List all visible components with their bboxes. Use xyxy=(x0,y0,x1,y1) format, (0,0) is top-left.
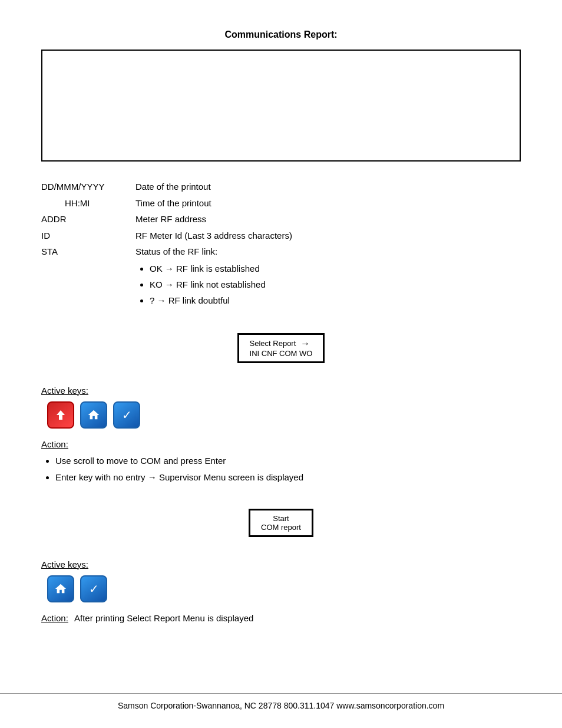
keys-row-1: ✓ xyxy=(47,401,521,429)
start-com-screen-row: Start COM report xyxy=(41,498,521,548)
select-report-line1-row: Select Report → xyxy=(250,338,313,349)
action-bullet-1-0: Use scroll to move to COM and press Ente… xyxy=(55,453,521,470)
legend-row-id: ID RF Meter Id (Last 3 address character… xyxy=(41,228,521,243)
start-com-line2: COM report xyxy=(261,523,301,532)
legend-key-date: DD/MMM/YYYY xyxy=(41,179,135,195)
home-key-button[interactable] xyxy=(80,401,107,429)
legend-value-sta: Status of the RF link: OK → RF link is e… xyxy=(135,244,521,308)
start-com-screen: Start COM report xyxy=(249,509,313,537)
checkmark-icon-2: ✓ xyxy=(89,582,99,596)
sta-bullets: OK → RF link is established KO → RF link… xyxy=(135,261,521,308)
legend-key-sta: STA xyxy=(41,244,135,259)
home-key-button-2[interactable] xyxy=(47,575,74,602)
action-text-2: After printing Select Report Menu is dis… xyxy=(74,613,253,623)
report-preview-box xyxy=(41,50,521,162)
start-com-line1: Start xyxy=(261,514,301,523)
active-keys-label-2: Active keys: xyxy=(41,559,521,569)
legend-row-date: DD/MMM/YYYY Date of the printout xyxy=(41,179,521,195)
active-keys-label-1: Active keys: xyxy=(41,386,521,396)
legend-row-sta: STA Status of the RF link: OK → RF link … xyxy=(41,244,521,308)
legend-row-time: HH:MI Time of the printout xyxy=(41,196,521,211)
sta-bullet-ko: KO → RF link not established xyxy=(150,276,521,292)
legend-row-addr: ADDR Meter RF address xyxy=(41,212,521,227)
section-title: Communications Report: xyxy=(41,29,521,40)
legend-key-addr: ADDR xyxy=(41,212,135,227)
select-report-arrow-icon: → xyxy=(300,338,310,349)
select-report-screen-row: Select Report → INI CNF COM WO xyxy=(41,322,521,374)
action-bullets-1: Use scroll to move to COM and press Ente… xyxy=(41,453,521,486)
sta-bullet-q: ? → RF link doubtful xyxy=(150,292,521,308)
home-icon-2 xyxy=(54,582,67,595)
keys-row-2: ✓ xyxy=(47,575,521,602)
sta-bullet-ok: OK → RF link is established xyxy=(150,261,521,276)
footer: Samson Corporation-Swannanoa, NC 28778 8… xyxy=(0,693,562,710)
scroll-key-button[interactable] xyxy=(47,401,74,429)
legend-table: DD/MMM/YYYY Date of the printout HH:MI T… xyxy=(41,179,521,308)
action-label-2: Action: xyxy=(41,613,68,623)
select-report-screen: Select Report → INI CNF COM WO xyxy=(237,333,325,363)
footer-text: Samson Corporation-Swannanoa, NC 28778 8… xyxy=(118,701,444,710)
legend-value-id: RF Meter Id (Last 3 address characters) xyxy=(135,228,521,243)
enter-key-button-2[interactable]: ✓ xyxy=(80,575,107,602)
home-icon xyxy=(87,409,100,421)
scroll-icon xyxy=(54,409,67,421)
enter-key-button[interactable]: ✓ xyxy=(113,401,140,429)
legend-key-time: HH:MI xyxy=(41,196,135,211)
action-row-2: Action: After printing Select Report Men… xyxy=(41,613,521,623)
svg-marker-0 xyxy=(57,410,65,420)
action-label-1: Action: xyxy=(41,439,521,449)
action-bullet-1-1: Enter key with no entry → Supervisor Men… xyxy=(55,469,521,486)
select-report-line2: INI CNF COM WO xyxy=(250,349,313,358)
select-report-line1-text: Select Report xyxy=(250,339,296,348)
legend-value-time: Time of the printout xyxy=(135,196,521,211)
legend-key-id: ID xyxy=(41,228,135,243)
checkmark-icon: ✓ xyxy=(122,408,132,422)
legend-value-date: Date of the printout xyxy=(135,179,521,195)
legend-value-addr: Meter RF address xyxy=(135,212,521,227)
